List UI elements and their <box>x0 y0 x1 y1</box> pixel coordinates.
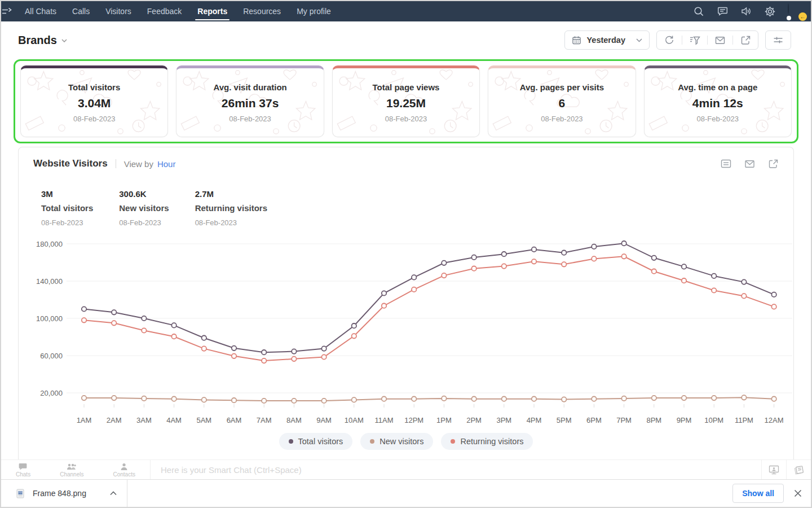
stat-card-avg-time-on-page[interactable]: Avg. time on a page 4min 12s 08-Feb-2023 <box>644 65 792 137</box>
svg-text:12AM: 12AM <box>765 416 784 424</box>
tab-chats[interactable]: Chats <box>16 462 30 478</box>
svg-text:9AM: 9AM <box>316 416 332 424</box>
svg-text:4PM: 4PM <box>527 416 542 424</box>
smart-chat-input[interactable] <box>161 465 751 475</box>
nav-item-calls[interactable]: Calls <box>72 1 90 21</box>
stat-card-date: 08-Feb-2023 <box>229 115 271 123</box>
svg-text:12PM: 12PM <box>404 416 423 424</box>
notes-stack-icon[interactable] <box>787 460 811 479</box>
chat-icon[interactable] <box>717 6 728 17</box>
stat-card-avg-visit-duration[interactable]: Avg. visit duration 26min 37s 08-Feb-202… <box>176 65 324 137</box>
stat-card-value: 3.04M <box>78 97 111 110</box>
svg-text:2PM: 2PM <box>466 416 482 424</box>
mail-icon[interactable] <box>744 158 755 169</box>
svg-text:8PM: 8PM <box>646 416 661 424</box>
refresh-icon[interactable] <box>657 31 682 49</box>
stat-card-total-page-views[interactable]: Total page views 19.25M 08-Feb-2023 <box>332 65 480 137</box>
close-icon[interactable] <box>794 489 802 497</box>
image-file-icon <box>16 489 25 498</box>
download-bar-right: Show all <box>732 484 811 503</box>
svg-text:6PM: 6PM <box>586 416 602 424</box>
stat-total-visitors: 3M Total visitors 08-Feb-2023 <box>41 189 93 227</box>
chart-summary-stats: 3M Total visitors 08-Feb-2023 300.6K New… <box>41 189 793 227</box>
stat-card-date: 08-Feb-2023 <box>541 115 582 123</box>
nav-item-reports[interactable]: Reports <box>197 1 227 21</box>
stat-cards-row: Total visitors 3.04M 08-Feb-2023 Avg. vi… <box>20 65 792 137</box>
screenshare-icon[interactable] <box>762 460 786 479</box>
svg-text:7PM: 7PM <box>616 416 632 424</box>
legend-item-new-visitors[interactable]: New visitors <box>360 433 433 450</box>
stat-value: 3M <box>41 189 93 199</box>
stat-card-date: 08-Feb-2023 <box>73 115 115 123</box>
export-icon[interactable] <box>733 31 758 49</box>
svg-text:6AM: 6AM <box>227 416 242 424</box>
nav-item-all-chats[interactable]: All Chats <box>25 1 56 21</box>
stat-value: 300.6K <box>119 189 169 199</box>
report-toolbar: Yesterday <box>564 30 791 50</box>
nav-item-visitors[interactable]: Visitors <box>105 1 131 21</box>
user-avatar[interactable]: ← <box>788 4 803 19</box>
stat-card-value: 6 <box>559 97 566 110</box>
stat-card-date: 08-Feb-2023 <box>385 115 427 123</box>
stat-date: 08-Feb-2023 <box>195 218 267 227</box>
main-menu: All Chats Calls Visitors Feedback Report… <box>25 1 331 21</box>
table-icon[interactable] <box>720 158 731 169</box>
export-icon[interactable] <box>767 158 779 169</box>
stat-new-visitors: 300.6K New visitors 08-Feb-2023 <box>119 189 169 227</box>
legend-item-returning-visitors[interactable]: Returning visitors <box>441 433 533 450</box>
contacts-icon <box>120 463 128 471</box>
browser-download-bar: Frame 848.png Show all <box>1 479 811 507</box>
view-by-label: View by <box>124 159 153 169</box>
view-by-hour-link[interactable]: Hour <box>157 159 176 169</box>
legend-item-total-visitors[interactable]: Total visitors <box>279 433 353 450</box>
chart-legend: Total visitors New visitors Returning vi… <box>19 433 793 450</box>
mail-icon[interactable] <box>708 31 732 49</box>
collapse-sidebar-icon[interactable] <box>1 6 12 17</box>
speaker-icon[interactable] <box>740 6 752 17</box>
nav-item-my-profile[interactable]: My profile <box>297 1 331 21</box>
stat-card-total-visitors[interactable]: Total visitors 3.04M 08-Feb-2023 <box>20 65 168 137</box>
stat-card-value: 4min 12s <box>692 97 743 110</box>
svg-text:1AM: 1AM <box>77 416 92 424</box>
svg-text:5PM: 5PM <box>557 416 572 424</box>
stat-card-avg-pages-per-visits[interactable]: Avg. pages per visits 6 08-Feb-2023 <box>488 65 636 137</box>
nav-item-feedback[interactable]: Feedback <box>147 1 182 21</box>
panel-action-icons <box>720 158 779 169</box>
chevron-up-icon[interactable] <box>110 491 117 496</box>
brand-selector[interactable]: Brands <box>18 34 67 47</box>
sliders-icon[interactable] <box>766 31 791 49</box>
search-icon[interactable] <box>693 6 704 17</box>
date-range-dropdown[interactable]: Yesterday <box>564 30 650 50</box>
filter-icon[interactable] <box>682 31 707 49</box>
customize-button-group <box>765 30 791 50</box>
nav-item-resources[interactable]: Resources <box>243 1 281 21</box>
top-navigation-bar: All Chats Calls Visitors Feedback Report… <box>1 1 811 21</box>
stat-value: 2.7M <box>195 189 267 199</box>
svg-text:11AM: 11AM <box>375 416 394 424</box>
svg-text:20,000: 20,000 <box>40 389 63 397</box>
svg-text:10PM: 10PM <box>704 416 723 424</box>
svg-text:8AM: 8AM <box>286 416 302 424</box>
tab-channels[interactable]: Channels <box>60 462 83 478</box>
svg-text:3AM: 3AM <box>136 416 152 424</box>
downloaded-file-item[interactable]: Frame 848.png <box>1 480 127 507</box>
svg-text:4AM: 4AM <box>166 416 182 424</box>
svg-text:2AM: 2AM <box>107 416 122 424</box>
gear-icon[interactable] <box>764 6 775 17</box>
page-title: Brands <box>18 34 57 47</box>
svg-text:5AM: 5AM <box>196 416 211 424</box>
show-all-button[interactable]: Show all <box>732 484 784 503</box>
tab-contacts[interactable]: Contacts <box>113 462 135 478</box>
downloaded-filename: Frame 848.png <box>33 489 86 498</box>
tab-label: Channels <box>60 471 83 478</box>
date-range-value: Yesterday <box>586 36 625 45</box>
tab-label: Contacts <box>113 471 135 478</box>
legend-label: Total visitors <box>298 437 343 446</box>
chevron-down-icon <box>61 39 67 42</box>
channels-icon <box>67 463 77 471</box>
calendar-icon <box>572 36 581 45</box>
svg-text:3PM: 3PM <box>496 416 511 424</box>
stat-card-title: Avg. pages per visits <box>520 82 604 92</box>
legend-dot <box>451 439 455 444</box>
stat-card-value: 26min 37s <box>222 97 279 110</box>
